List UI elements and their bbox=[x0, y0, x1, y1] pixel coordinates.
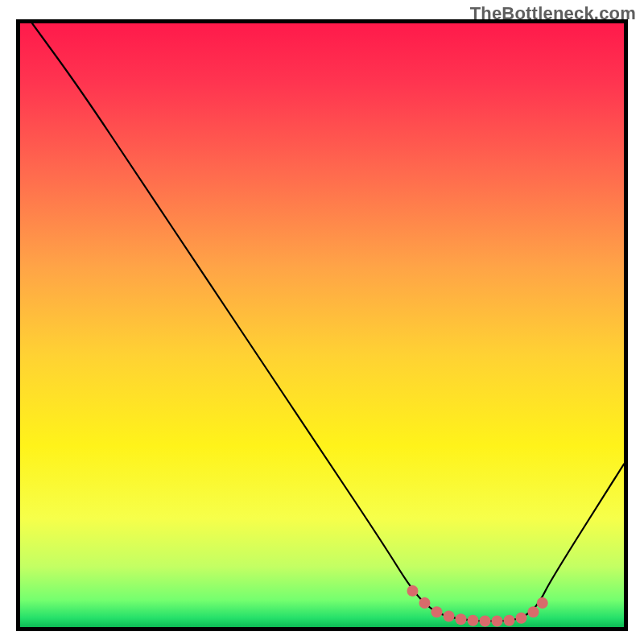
marker-dot bbox=[468, 615, 479, 626]
marker-dot bbox=[419, 597, 431, 609]
chart-svg bbox=[20, 23, 624, 627]
marker-dot bbox=[456, 613, 467, 625]
marker-dot bbox=[528, 606, 539, 617]
marker-dot bbox=[504, 615, 515, 626]
marker-dot bbox=[492, 616, 503, 627]
marker-dot bbox=[516, 613, 527, 624]
marker-dot bbox=[407, 585, 419, 597]
plot-area bbox=[16, 19, 628, 631]
marker-dot bbox=[537, 597, 548, 609]
chart-container: TheBottleneck.com bbox=[0, 0, 644, 644]
marker-dot bbox=[431, 606, 443, 617]
gradient-background bbox=[20, 23, 624, 627]
marker-dot bbox=[444, 611, 455, 622]
watermark-text: TheBottleneck.com bbox=[470, 3, 636, 24]
marker-dot bbox=[480, 616, 491, 627]
